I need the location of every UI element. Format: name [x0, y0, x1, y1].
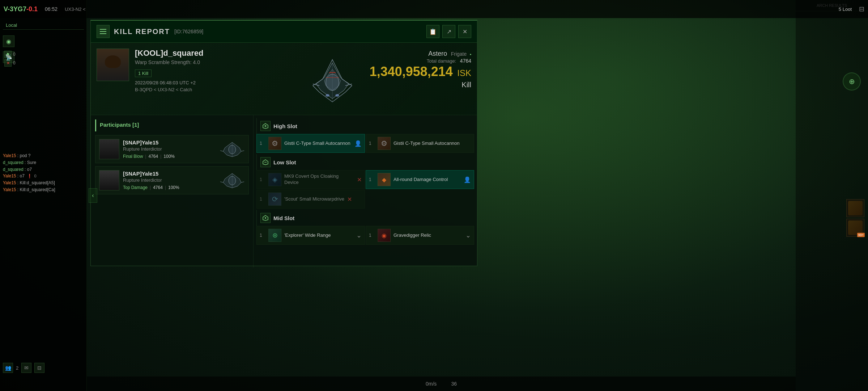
high-slot-header: High Slot — [256, 118, 474, 134]
kill-report-title: KILL REPORT — [114, 28, 170, 36]
kill-summary: Astero Frigate ▪ Total damage: 4764 1,34… — [370, 50, 471, 89]
participant-info-2: [SNAP]Yale15 Rupture Interdictor Top Dam… — [123, 171, 216, 190]
low-slot-item-right-1[interactable]: 1 All-round Damage Control 👤 — [366, 170, 474, 189]
time-display: 06:52 — [45, 6, 58, 12]
participant-ship-1: Rupture Interdictor — [123, 146, 216, 152]
mwd-icon — [268, 193, 281, 206]
item-count-badge: 99+ — [857, 233, 865, 237]
right-panel: ARCH RESULTS ⊕ 99+ — [796, 0, 868, 391]
participant-stats-1: Final Blow | 4764 | 100% — [123, 154, 216, 159]
high-slot-icon — [260, 121, 271, 131]
svg-point-18 — [229, 176, 236, 185]
mid-slot-label: Mid Slot — [273, 215, 294, 221]
close-button[interactable]: ✕ — [458, 25, 471, 38]
notif-row-2: ✕ 0 — [4, 59, 16, 67]
svg-point-7 — [326, 94, 329, 97]
avatar-face — [97, 49, 129, 81]
low-slot-item-name-left-2: 'Scout' Small Microwarpdrive — [284, 196, 344, 202]
export-button[interactable]: ↗ — [442, 25, 455, 38]
explorer-icon — [268, 229, 281, 242]
ship-name-class: Astero Frigate ▪ — [370, 50, 471, 58]
low-slot-label: Low Slot — [273, 159, 296, 165]
item-slot-1[interactable] — [846, 199, 864, 217]
svg-line-20 — [241, 182, 244, 182]
svg-point-13 — [229, 145, 236, 154]
kill-report-panel: KILL REPORT [ID:7626859] 📋 ↗ ✕ [KOOL]d_s… — [90, 20, 477, 266]
cloak-icon — [268, 173, 281, 186]
participant-name-2: [SNAP]Yale15 — [123, 171, 216, 177]
kill-report-header: KILL REPORT [ID:7626859] 📋 ↗ ✕ — [91, 21, 477, 43]
low-slot-icon — [260, 157, 271, 167]
notif-row-1: ⚑ 0 — [4, 51, 16, 58]
participant-ship-img-2 — [220, 171, 245, 189]
low-slot-item-name-right-1: All-round Damage Control — [393, 177, 448, 183]
location-display: UX3-N2 < — [65, 7, 85, 12]
low-slot-item-left-2[interactable]: 1 'Scout' Small Microwarpdrive ✕ — [256, 190, 365, 209]
low-slot-item-left-1[interactable]: 1 MK9 Covert Ops Cloaking Device ✕ — [256, 170, 365, 189]
menu-button[interactable] — [97, 25, 110, 38]
mail-icon[interactable]: ✉ — [21, 363, 31, 373]
mid-slot-icon — [260, 213, 271, 223]
copy-button[interactable]: 📋 — [426, 25, 439, 38]
person-icon-2: 👤 — [464, 176, 471, 183]
damage-control-icon — [378, 173, 391, 186]
autocannon-icon-1 — [268, 137, 281, 150]
mid-slot-item-name-right-1: Gravedigger Relic — [393, 232, 431, 239]
hud-items-right: 99+ — [846, 199, 864, 237]
gravedigger-icon — [378, 229, 391, 242]
sidebar: Local ◉ 📡 ⚑ 0 ✕ 0 Yale15 : pod ? d_squar… — [0, 0, 87, 391]
hud-right: ⊕ — [843, 72, 861, 91]
destroyed-mark-1: ✕ — [357, 176, 362, 183]
high-slot-item-name-left-1: Gistii C-Type Small Autocannon — [284, 140, 350, 147]
location-icon[interactable]: ◉ — [3, 35, 14, 47]
cap-display: 36 — [451, 381, 457, 387]
participant-card-2[interactable]: [SNAP]Yale15 Rupture Interdictor Top Dam… — [95, 166, 249, 194]
chat-msg-6: Yale15 : Kill:d_squared[Ca] — [3, 187, 84, 193]
chat-msg-5: Yale15 : Kill:d_squared[A5] — [3, 180, 84, 186]
radar-icon[interactable]: ⊕ — [843, 72, 861, 91]
participant-info-1: [SNAP]Yale15 Rupture Interdictor Final B… — [123, 139, 216, 159]
header-actions: 📋 ↗ ✕ — [426, 25, 471, 38]
speed-display: 0m/s — [426, 381, 437, 387]
destroyed-mark-2: ✕ — [347, 196, 352, 203]
mid-slot-items: 1 'Explorer' Wide Range ⌄ 1 Gravedigger … — [256, 226, 474, 245]
chat-msg-1: Yale15 : pod ? — [3, 153, 84, 159]
chat-msg-2: d_squared : Sure — [3, 160, 84, 166]
mid-slot-item-left-1[interactable]: 1 'Explorer' Wide Range ⌄ — [256, 226, 365, 245]
scroll-down-icon-2: ⌄ — [465, 231, 471, 239]
mid-slot-item-right-1[interactable]: 1 Gravedigger Relic ⌄ — [366, 226, 474, 245]
svg-line-19 — [220, 182, 223, 182]
bottom-bar: 0m/s 36 — [87, 377, 796, 391]
system-name: V-3YG7-0.1 — [4, 5, 38, 13]
low-slot-items: 1 MK9 Covert Ops Cloaking Device ✕ 1 'Sc… — [256, 170, 474, 209]
notification-area: ⚑ 0 ✕ 0 — [4, 51, 16, 67]
kill-count-badge: 1 Kill — [135, 70, 152, 77]
low-slot-header: Low Slot — [256, 154, 474, 170]
chat-messages: Yale15 : pod ? d_squared : Sure d_square… — [3, 153, 84, 193]
high-slot-item-right-1[interactable]: 1 Gistii C-Type Small Autocannon — [366, 134, 474, 153]
loot-label: 5 Loot — [839, 7, 852, 12]
item-slot-2[interactable]: 99+ — [846, 219, 864, 237]
participant-ship-2: Rupture Interdictor — [123, 177, 216, 183]
cross-icon: ✕ — [4, 59, 12, 67]
participant-avatar-1 — [99, 139, 119, 159]
chat-msg-3: d_squared : o7 — [3, 167, 84, 173]
high-slot-item-left-1[interactable]: 1 Gistii C-Type Small Autocannon 👤 — [256, 134, 365, 153]
nav-left-arrow[interactable]: ‹ — [89, 188, 97, 203]
participants-panel: Participants [1] [SNAP]Yale15 Rupture In… — [91, 115, 254, 268]
chat-tab[interactable]: Local — [3, 21, 84, 30]
chat-msg-4: Yale15 : o7 ❗ 0 — [3, 173, 84, 179]
flag-icon: ⚑ — [4, 51, 12, 58]
participant-ship-img-1 — [220, 140, 245, 158]
scroll-down-icon-1: ⌄ — [356, 231, 362, 239]
mid-slot-header: Mid Slot — [256, 210, 474, 226]
ship-image — [296, 50, 369, 112]
high-slot-label: High Slot — [273, 123, 297, 129]
filter-icon[interactable]: ⊟ — [859, 5, 864, 13]
top-bar: V-3YG7-0.1 06:52 UX3-N2 < 5 Loot ⊟ — [0, 0, 868, 18]
filter-icon-sidebar[interactable]: ⊟ — [34, 363, 44, 373]
low-slot-item-name-left-1: MK9 Covert Ops Cloaking Device — [284, 173, 354, 186]
people-icon[interactable]: 👥 — [3, 363, 13, 373]
participant-card-1[interactable]: [SNAP]Yale15 Rupture Interdictor Final B… — [95, 135, 249, 163]
kill-report-profile: [KOOL]d_squared Warp Scramble Strength: … — [91, 43, 477, 115]
